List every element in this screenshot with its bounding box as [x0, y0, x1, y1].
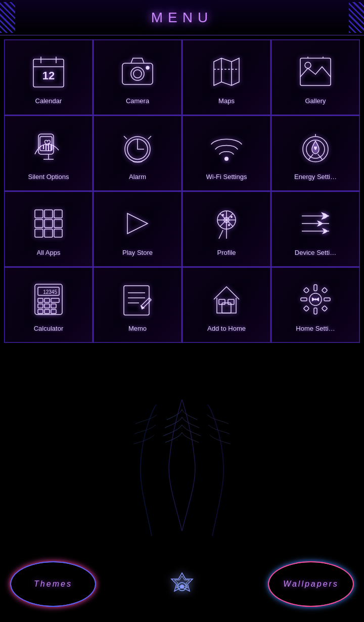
calculator-icon: 12345: [28, 279, 69, 320]
svg-rect-72: [314, 308, 317, 314]
svg-rect-58: [44, 304, 50, 308]
wallpapers-label: Wallpapers: [283, 580, 339, 589]
svg-rect-27: [35, 219, 43, 228]
svg-point-8: [146, 66, 149, 69]
bottom-nav: Themes Wallpapers: [0, 531, 364, 622]
svg-rect-78: [322, 305, 327, 311]
app-energy-settings[interactable]: Energy Setti…: [271, 115, 360, 191]
app-add-to-home[interactable]: Add to Home: [182, 267, 271, 343]
svg-point-39: [222, 214, 224, 216]
add-to-home-icon: [206, 279, 247, 320]
memo-icon: [117, 279, 158, 320]
app-play-store[interactable]: Play Store: [93, 191, 182, 267]
app-all-apps[interactable]: All Apps: [4, 191, 93, 267]
svg-point-12: [305, 62, 311, 68]
background-dreamcatcher: [81, 399, 283, 541]
svg-rect-77: [303, 305, 309, 311]
all-apps-icon: [28, 203, 69, 244]
svg-rect-30: [35, 229, 43, 237]
app-calendar[interactable]: 12 Calendar: [4, 39, 93, 115]
svg-rect-63: [124, 286, 149, 315]
svg-rect-29: [54, 219, 62, 228]
svg-rect-61: [44, 309, 50, 314]
camera-icon: [117, 52, 158, 92]
svg-point-79: [314, 298, 316, 300]
app-alarm[interactable]: Alarm: [93, 115, 182, 191]
svg-point-41: [228, 224, 230, 226]
svg-text:12: 12: [42, 69, 55, 82]
svg-rect-25: [44, 210, 53, 218]
home-settings-icon: [295, 279, 336, 320]
menu-title: MENU: [151, 10, 213, 26]
alarm-icon: [117, 127, 158, 168]
svg-point-7: [133, 70, 142, 78]
app-maps[interactable]: Maps: [182, 39, 271, 115]
app-gallery[interactable]: Gallery: [271, 39, 360, 115]
svg-rect-62: [51, 309, 56, 314]
svg-rect-57: [38, 304, 43, 308]
svg-rect-31: [44, 229, 53, 237]
app-profile[interactable]: Profile: [182, 191, 271, 267]
svg-point-21: [224, 157, 229, 161]
svg-line-43: [219, 230, 223, 239]
svg-point-6: [131, 67, 144, 80]
calendar-icon: 12: [28, 52, 69, 92]
svg-text:12345: 12345: [43, 289, 57, 295]
svg-point-83: [180, 585, 184, 589]
play-store-icon: [117, 203, 158, 244]
svg-rect-24: [35, 210, 43, 218]
wallpapers-button[interactable]: Wallpapers: [268, 561, 354, 607]
app-memo[interactable]: Memo: [93, 267, 182, 343]
app-home-settings[interactable]: Home Setti…: [271, 267, 360, 343]
silent-options-icon: [28, 127, 69, 168]
app-device-settings[interactable]: Device Setti…: [271, 191, 360, 267]
header: MENU: [0, 0, 364, 35]
svg-rect-76: [322, 287, 327, 293]
app-wifi-settings[interactable]: Wi-Fi Settings: [182, 115, 271, 191]
svg-rect-60: [38, 309, 43, 314]
svg-rect-26: [54, 210, 62, 218]
svg-rect-32: [54, 229, 62, 237]
themes-label: Themes: [34, 580, 72, 589]
svg-rect-71: [314, 285, 317, 291]
center-logo-icon: [164, 569, 200, 604]
svg-point-40: [231, 216, 233, 218]
svg-rect-51: [35, 284, 62, 315]
svg-rect-54: [38, 298, 43, 302]
svg-rect-55: [44, 298, 50, 302]
app-silent-options[interactable]: Silent Options: [4, 115, 93, 191]
device-settings-icon: [295, 203, 336, 244]
svg-rect-28: [44, 219, 53, 228]
wifi-settings-icon: [206, 127, 247, 168]
app-grid: 12 Calendar Camera: [0, 35, 364, 347]
svg-rect-73: [301, 298, 307, 301]
energy-settings-icon: [295, 127, 336, 168]
svg-rect-74: [324, 298, 330, 301]
svg-rect-75: [303, 287, 309, 293]
app-calculator[interactable]: 12345 Calculator: [4, 267, 93, 343]
app-camera[interactable]: Camera: [93, 39, 182, 115]
maps-icon: [206, 52, 247, 92]
profile-icon: [206, 203, 247, 244]
svg-rect-59: [51, 304, 56, 308]
svg-rect-56: [51, 298, 59, 302]
themes-button[interactable]: Themes: [10, 561, 96, 607]
gallery-icon: [295, 52, 336, 92]
